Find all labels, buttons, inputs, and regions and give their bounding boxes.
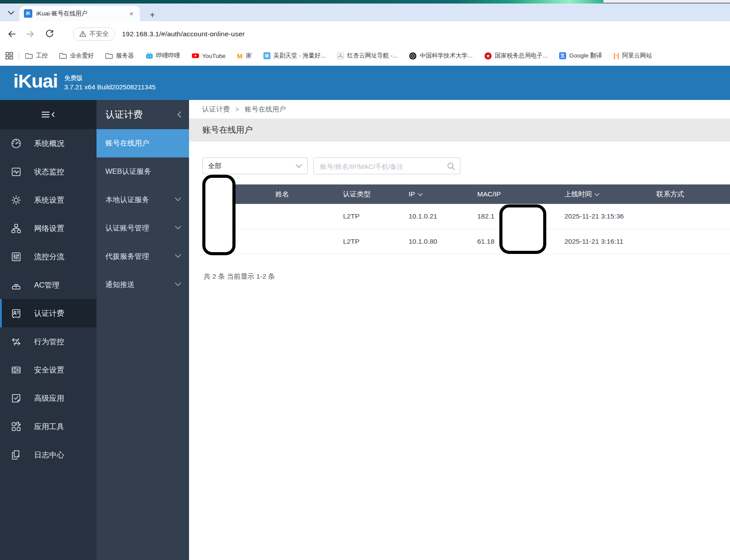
sidebar-item-auth-billing[interactable]: 认证计费 — [0, 299, 97, 327]
bookmark-label: 服务器 — [116, 52, 134, 60]
background-window-edge — [603, 0, 730, 4]
bookmark-label: 工控 — [36, 52, 48, 60]
network-nodes-icon — [10, 222, 22, 234]
sidebar-item-behavior-control[interactable]: 行为管控 — [0, 327, 97, 356]
submenu-item-web-auth[interactable]: WEB认证服务 — [97, 157, 189, 186]
table-row[interactable]: L2TP 10.1.0.80 61.18 2025-11-21 3:16:11 — [202, 229, 730, 254]
sidebar-item-traffic-control[interactable]: 流控分流 — [0, 242, 97, 271]
sidebar-item-network-settings[interactable]: 网络设置 — [0, 214, 97, 242]
browser-tab-strip: iK iKuai-账号在线用户 × + — [0, 4, 730, 21]
sidebar-collapse-header[interactable] — [0, 100, 97, 129]
bookmark-tax[interactable]: 国家税务总局电子... — [484, 52, 548, 60]
bookmark-label: 中国科学技术大学... — [420, 52, 472, 60]
column-online-time[interactable]: 上线时间 — [564, 184, 657, 204]
submenu-item-notifications[interactable]: 通知推送 — [97, 271, 189, 299]
online-users-table: 姓名 认证类型 IP MAC/IP 上线时间 联系方式 L2TP 10.1.0.… — [202, 184, 730, 254]
bookmark-gongkong[interactable]: 工控 — [25, 52, 48, 60]
bookmark-hongxingyun[interactable]: 红杏云网址导航 -... — [337, 52, 398, 60]
sliders-icon — [10, 250, 22, 263]
folder-icon — [25, 53, 33, 59]
breadcrumb: 认证计费 > 账号在线用户 — [189, 100, 730, 119]
bookmark-meiju[interactable]: M 美剧天堂 - 海量好... — [263, 52, 326, 60]
bookmark-youtube[interactable]: YouTube — [192, 52, 226, 59]
ustc-seal-icon — [409, 52, 417, 60]
record-count-summary: 共 2 条 当前显示 1-2 条 — [204, 272, 730, 281]
submenu-item-dial-service[interactable]: 代拨服务管理 — [97, 242, 189, 271]
sidebar-item-app-tools[interactable]: 应用工具 — [0, 412, 97, 441]
sidebar-item-label: 流控分流 — [34, 252, 64, 262]
tab-close-icon[interactable]: × — [127, 10, 135, 18]
submenu-item-online-users[interactable]: 账号在线用户 — [97, 129, 189, 157]
column-auth-type: 认证类型 — [343, 184, 409, 204]
submenu-item-label: 认证账号管理 — [105, 223, 149, 233]
bookmark-label: YouTube — [202, 53, 226, 59]
filter-select[interactable]: 全部 — [202, 157, 308, 174]
sidebar-item-log-center[interactable]: 日志中心 — [0, 441, 97, 469]
bookmark-home[interactable]: M 家 — [237, 52, 252, 60]
sidebar-item-label: 行为管控 — [34, 337, 64, 347]
sidebar-item-system-settings[interactable]: 系统设置 — [0, 186, 97, 214]
column-contact: 联系方式 — [657, 184, 730, 204]
forward-button[interactable] — [23, 27, 38, 42]
table-header-row: 姓名 认证类型 IP MAC/IP 上线时间 联系方式 — [202, 184, 730, 204]
sidebar-item-system-overview[interactable]: 系统概况 — [0, 129, 97, 157]
sidebar-item-security-settings[interactable]: 安全设置 — [0, 356, 97, 384]
breadcrumb-separator: > — [235, 105, 239, 113]
cell-name — [275, 204, 343, 229]
column-ip[interactable]: IP — [409, 184, 477, 204]
sidebar-item-advanced-apps[interactable]: 高级应用 — [0, 384, 97, 412]
cell-name — [275, 229, 343, 254]
ikuai-header: iKuai 免费版 3.7.21 x64 Build202508211345 — [0, 66, 730, 100]
browser-tab[interactable]: iK iKuai-账号在线用户 × — [19, 6, 140, 21]
submenu-item-auth-accounts[interactable]: 认证账号管理 — [97, 214, 189, 242]
sidebar-item-status-monitor[interactable]: 状态监控 — [0, 157, 97, 186]
submenu-item-local-auth[interactable]: 本地认证服务 — [97, 186, 189, 214]
breadcrumb-root[interactable]: 认证计费 — [202, 105, 230, 113]
warning-triangle-icon — [79, 31, 86, 37]
bookmark-aliyun[interactable]: [-] 阿里云网站 — [614, 52, 652, 60]
redaction-box-account-column — [202, 175, 236, 255]
bookmark-google-translate[interactable]: 文 Google 翻译 — [559, 52, 602, 60]
sidebar-item-label: 网络设置 — [34, 223, 64, 234]
submenu-item-label: WEB认证服务 — [105, 167, 151, 176]
bookmark-fuwuqi[interactable]: 服务器 — [105, 52, 134, 60]
bookmark-label: 家 — [246, 52, 252, 60]
sort-chevron-icon[interactable] — [595, 190, 599, 198]
submenu-item-label: 账号在线用户 — [105, 138, 149, 148]
column-mac-ip: MAC/IP — [477, 184, 564, 204]
column-name: 姓名 — [275, 184, 343, 204]
sort-chevron-icon[interactable] — [418, 190, 423, 198]
tax-emblem-icon — [484, 52, 492, 60]
sidebar-item-label: AC管理 — [34, 280, 60, 290]
submenu-item-label: 通知推送 — [105, 280, 135, 290]
bookmark-label: 红杏云网址导航 -... — [347, 52, 398, 60]
bookmark-yeyuaihao[interactable]: 业余爱好 — [59, 52, 94, 60]
submenu-collapse-icon[interactable] — [177, 111, 182, 119]
cell-online-time: 2025-11-21 3:15:36 — [564, 204, 657, 229]
sidebar-item-label: 认证计费 — [34, 308, 64, 318]
url-text[interactable]: 192.168.3.1/#/auth/account-online-user — [122, 30, 245, 38]
search-input[interactable] — [319, 158, 445, 174]
submenu-panel: 认证计费 账号在线用户 WEB认证服务 本地认证服务 认证账号管理 代拨服务管理… — [97, 100, 189, 560]
sidebar-item-label: 日志中心 — [34, 450, 64, 460]
new-tab-button[interactable]: + — [147, 10, 158, 20]
tab-search-button[interactable] — [5, 8, 17, 18]
doc-check-icon — [10, 392, 22, 404]
letter-m-icon: M — [237, 52, 243, 60]
security-chip[interactable]: 不安全 — [73, 27, 115, 41]
bookmark-ustc[interactable]: 中国科学技术大学... — [409, 52, 472, 60]
hongxingyun-icon — [337, 52, 344, 59]
back-button[interactable] — [4, 27, 19, 42]
apps-grid-icon[interactable] — [5, 52, 13, 60]
reload-button[interactable] — [42, 27, 57, 42]
bookmark-bilibili[interactable]: 哔哩哔哩 — [146, 52, 180, 60]
cell-auth-type: L2TP — [343, 204, 409, 229]
gear-icon — [10, 194, 22, 206]
sidebar-item-ac-management[interactable]: AC管理 — [0, 271, 97, 299]
table-row[interactable]: L2TP 10.1.0.21 182.1 2025-11-21 3:15:36 — [202, 204, 730, 229]
search-icon[interactable] — [447, 162, 455, 170]
security-label: 不安全 — [89, 30, 109, 38]
youtube-icon — [192, 52, 199, 59]
search-box — [313, 157, 460, 174]
id-badge-icon — [10, 307, 22, 319]
